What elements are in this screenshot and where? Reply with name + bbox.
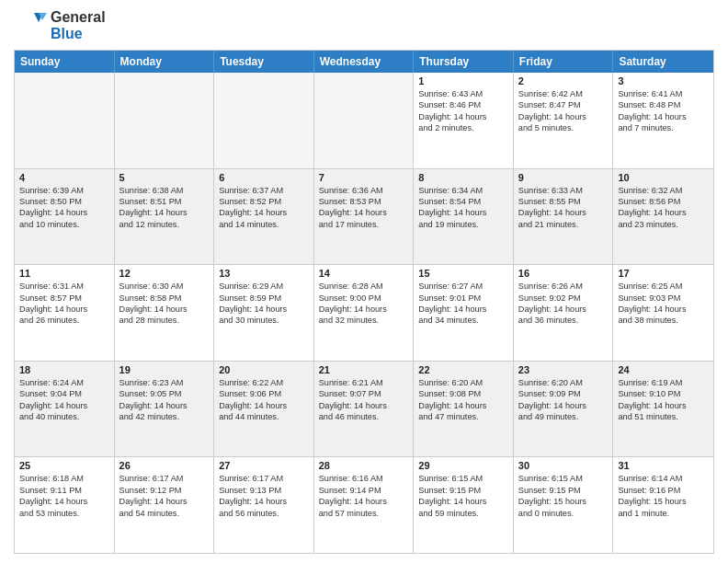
header-cell-wednesday: Wednesday [314, 51, 415, 73]
calendar-cell: 28Sunrise: 6:16 AMSunset: 9:14 PMDayligh… [314, 457, 415, 553]
calendar-row: 4Sunrise: 6:39 AMSunset: 8:50 PMDaylight… [15, 168, 713, 265]
calendar-cell: 22Sunrise: 6:20 AMSunset: 9:08 PMDayligh… [414, 362, 514, 457]
calendar-cell: 17Sunrise: 6:25 AMSunset: 9:03 PMDayligh… [613, 265, 713, 361]
day-info: Sunrise: 6:37 AMSunset: 8:52 PMDaylight:… [219, 185, 309, 231]
calendar-cell: 1Sunrise: 6:43 AMSunset: 8:46 PMDaylight… [414, 73, 514, 168]
day-info: Sunrise: 6:20 AMSunset: 9:08 PMDaylight:… [418, 377, 508, 423]
day-info: Sunrise: 6:38 AMSunset: 8:51 PMDaylight:… [119, 185, 210, 231]
calendar: SundayMondayTuesdayWednesdayThursdayFrid… [14, 50, 714, 554]
day-number: 30 [518, 460, 609, 471]
calendar-cell: 25Sunrise: 6:18 AMSunset: 9:11 PMDayligh… [15, 457, 115, 553]
calendar-cell [214, 73, 314, 168]
day-number: 13 [219, 268, 309, 279]
day-info: Sunrise: 6:26 AMSunset: 9:02 PMDaylight:… [518, 281, 609, 327]
calendar-cell [314, 73, 415, 168]
day-info: Sunrise: 6:19 AMSunset: 9:10 PMDaylight:… [618, 377, 709, 423]
day-number: 14 [319, 268, 409, 279]
day-info: Sunrise: 6:22 AMSunset: 9:06 PMDaylight:… [219, 377, 309, 423]
day-info: Sunrise: 6:21 AMSunset: 9:07 PMDaylight:… [319, 377, 409, 423]
day-info: Sunrise: 6:24 AMSunset: 9:04 PMDaylight:… [19, 377, 109, 423]
day-number: 5 [119, 172, 210, 183]
day-info: Sunrise: 6:41 AMSunset: 8:48 PMDaylight:… [618, 88, 709, 134]
calendar-cell: 20Sunrise: 6:22 AMSunset: 9:06 PMDayligh… [214, 362, 314, 457]
day-info: Sunrise: 6:33 AMSunset: 8:55 PMDaylight:… [518, 185, 609, 231]
calendar-row: 1Sunrise: 6:43 AMSunset: 8:46 PMDaylight… [15, 73, 713, 168]
calendar-cell: 24Sunrise: 6:19 AMSunset: 9:10 PMDayligh… [613, 362, 713, 457]
calendar-cell: 13Sunrise: 6:29 AMSunset: 8:59 PMDayligh… [214, 265, 314, 361]
day-info: Sunrise: 6:17 AMSunset: 9:13 PMDaylight:… [219, 473, 309, 519]
calendar-row: 18Sunrise: 6:24 AMSunset: 9:04 PMDayligh… [15, 361, 713, 457]
calendar-cell: 4Sunrise: 6:39 AMSunset: 8:50 PMDaylight… [15, 169, 115, 265]
calendar-cell: 3Sunrise: 6:41 AMSunset: 8:48 PMDaylight… [613, 73, 713, 168]
calendar-cell: 16Sunrise: 6:26 AMSunset: 9:02 PMDayligh… [514, 265, 614, 361]
logo-svg [14, 9, 47, 42]
header-cell-monday: Monday [115, 51, 215, 73]
logo-blue-text: Blue [51, 26, 106, 42]
calendar-cell: 8Sunrise: 6:34 AMSunset: 8:54 PMDaylight… [414, 169, 514, 265]
day-number: 16 [518, 268, 609, 279]
calendar-body: 1Sunrise: 6:43 AMSunset: 8:46 PMDaylight… [15, 73, 713, 553]
logo-general-text: General [51, 9, 106, 26]
day-info: Sunrise: 6:36 AMSunset: 8:53 PMDaylight:… [319, 185, 409, 231]
day-number: 28 [319, 460, 409, 471]
calendar-cell: 5Sunrise: 6:38 AMSunset: 8:51 PMDaylight… [115, 169, 215, 265]
day-number: 27 [219, 460, 309, 471]
day-info: Sunrise: 6:30 AMSunset: 8:58 PMDaylight:… [119, 281, 210, 327]
day-info: Sunrise: 6:27 AMSunset: 9:01 PMDaylight:… [418, 281, 508, 327]
day-number: 19 [119, 364, 210, 375]
day-info: Sunrise: 6:15 AMSunset: 9:15 PMDaylight:… [418, 473, 508, 519]
calendar-cell: 21Sunrise: 6:21 AMSunset: 9:07 PMDayligh… [314, 362, 415, 457]
day-info: Sunrise: 6:14 AMSunset: 9:16 PMDaylight:… [618, 473, 709, 519]
day-number: 9 [518, 172, 609, 183]
day-number: 20 [219, 364, 309, 375]
logo: GeneralBlue [14, 9, 106, 42]
day-info: Sunrise: 6:16 AMSunset: 9:14 PMDaylight:… [319, 473, 409, 519]
day-number: 6 [219, 172, 309, 183]
day-number: 1 [418, 75, 508, 86]
calendar-header: SundayMondayTuesdayWednesdayThursdayFrid… [15, 51, 713, 73]
day-info: Sunrise: 6:29 AMSunset: 8:59 PMDaylight:… [219, 281, 309, 327]
day-number: 24 [618, 364, 709, 375]
day-number: 31 [618, 460, 709, 471]
calendar-cell: 6Sunrise: 6:37 AMSunset: 8:52 PMDaylight… [214, 169, 314, 265]
day-info: Sunrise: 6:18 AMSunset: 9:11 PMDaylight:… [19, 473, 109, 519]
calendar-cell: 14Sunrise: 6:28 AMSunset: 9:00 PMDayligh… [314, 265, 415, 361]
day-number: 21 [319, 364, 409, 375]
calendar-cell: 12Sunrise: 6:30 AMSunset: 8:58 PMDayligh… [115, 265, 215, 361]
calendar-cell: 18Sunrise: 6:24 AMSunset: 9:04 PMDayligh… [15, 362, 115, 457]
header-cell-saturday: Saturday [613, 51, 713, 73]
calendar-row: 25Sunrise: 6:18 AMSunset: 9:11 PMDayligh… [15, 456, 713, 553]
calendar-cell: 29Sunrise: 6:15 AMSunset: 9:15 PMDayligh… [414, 457, 514, 553]
day-number: 26 [119, 460, 210, 471]
calendar-cell: 23Sunrise: 6:20 AMSunset: 9:09 PMDayligh… [514, 362, 614, 457]
calendar-row: 11Sunrise: 6:31 AMSunset: 8:57 PMDayligh… [15, 264, 713, 361]
day-number: 23 [518, 364, 609, 375]
day-info: Sunrise: 6:31 AMSunset: 8:57 PMDaylight:… [19, 281, 109, 327]
day-info: Sunrise: 6:34 AMSunset: 8:54 PMDaylight:… [418, 185, 508, 231]
header-cell-tuesday: Tuesday [214, 51, 314, 73]
day-number: 22 [418, 364, 508, 375]
calendar-cell: 15Sunrise: 6:27 AMSunset: 9:01 PMDayligh… [414, 265, 514, 361]
day-number: 7 [319, 172, 409, 183]
calendar-cell: 9Sunrise: 6:33 AMSunset: 8:55 PMDaylight… [514, 169, 614, 265]
day-info: Sunrise: 6:43 AMSunset: 8:46 PMDaylight:… [418, 88, 508, 134]
calendar-cell: 7Sunrise: 6:36 AMSunset: 8:53 PMDaylight… [314, 169, 415, 265]
day-number: 11 [19, 268, 109, 279]
day-number: 12 [119, 268, 210, 279]
day-number: 25 [19, 460, 109, 471]
header-cell-thursday: Thursday [414, 51, 514, 73]
day-number: 10 [618, 172, 709, 183]
day-info: Sunrise: 6:28 AMSunset: 9:00 PMDaylight:… [319, 281, 409, 327]
day-number: 8 [418, 172, 508, 183]
day-info: Sunrise: 6:15 AMSunset: 9:15 PMDaylight:… [518, 473, 609, 519]
day-number: 17 [618, 268, 709, 279]
calendar-cell: 2Sunrise: 6:42 AMSunset: 8:47 PMDaylight… [514, 73, 614, 168]
header-cell-sunday: Sunday [15, 51, 115, 73]
day-info: Sunrise: 6:17 AMSunset: 9:12 PMDaylight:… [119, 473, 210, 519]
day-number: 2 [518, 75, 609, 86]
day-number: 4 [19, 172, 109, 183]
day-number: 3 [618, 75, 709, 86]
calendar-cell: 19Sunrise: 6:23 AMSunset: 9:05 PMDayligh… [115, 362, 215, 457]
calendar-cell [115, 73, 215, 168]
calendar-cell [15, 73, 115, 168]
